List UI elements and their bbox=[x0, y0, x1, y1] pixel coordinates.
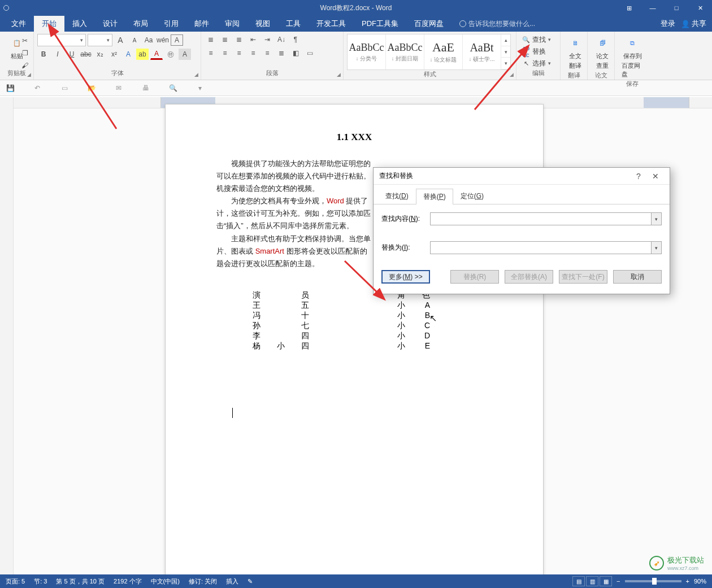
sec-undo-icon[interactable]: ↶ bbox=[32, 82, 43, 94]
shrink-font-button[interactable]: A bbox=[128, 34, 141, 46]
tab-home[interactable]: 开始 bbox=[34, 16, 64, 32]
replace-all-button[interactable]: 全部替换(A) bbox=[505, 270, 553, 284]
replace-with-dropdown[interactable]: ▾ bbox=[651, 242, 661, 254]
strike-button[interactable]: abc bbox=[80, 49, 92, 60]
dialog-tab-goto[interactable]: 定位(G) bbox=[453, 188, 491, 204]
zoom-in-button[interactable]: + bbox=[686, 578, 689, 585]
tell-me-input[interactable]: 告诉我您想要做什么... bbox=[459, 16, 535, 32]
sec-preview-icon[interactable]: 🔍 bbox=[167, 82, 179, 94]
line-spacing-button[interactable]: ≣ bbox=[275, 47, 288, 59]
status-pages[interactable]: 第 5 页，共 10 页 bbox=[56, 577, 105, 586]
tab-baidu[interactable]: 百度网盘 bbox=[406, 16, 451, 32]
sec-mail-icon[interactable]: ✉ bbox=[113, 82, 124, 94]
align-left-button[interactable]: ≡ bbox=[205, 47, 217, 59]
font-size-combo[interactable]: ▾ bbox=[88, 34, 112, 46]
view-web-button[interactable]: ▦ bbox=[600, 576, 612, 586]
font-color-button[interactable]: A bbox=[150, 49, 163, 60]
thesis-check-button[interactable]: 🗐 论文 查重 bbox=[591, 34, 614, 71]
zoom-out-button[interactable]: − bbox=[617, 578, 620, 585]
select-button[interactable]: ↖选择▾ bbox=[520, 58, 553, 69]
change-case-button[interactable]: Aa bbox=[142, 34, 155, 46]
close-window-button[interactable]: ✕ bbox=[688, 0, 712, 16]
status-section[interactable]: 节: 3 bbox=[34, 577, 47, 586]
status-page[interactable]: 页面: 5 bbox=[6, 577, 25, 586]
tab-references[interactable]: 引用 bbox=[156, 16, 186, 32]
shading-button[interactable]: ◧ bbox=[289, 47, 302, 59]
share-button[interactable]: 👤 共享 bbox=[681, 19, 706, 29]
increase-indent-button[interactable]: ⇥ bbox=[261, 34, 273, 45]
sec-print-icon[interactable]: 🖶 bbox=[140, 82, 151, 94]
style-item-0[interactable]: AaBbCc↓ 分类号 bbox=[348, 34, 386, 69]
tab-mail[interactable]: 邮件 bbox=[186, 16, 217, 32]
underline-button[interactable]: U bbox=[66, 49, 78, 60]
sec-open-icon[interactable]: 📂 bbox=[86, 82, 97, 94]
copy-button[interactable]: ❐ bbox=[19, 47, 31, 59]
tab-developer[interactable]: 开发工具 bbox=[309, 16, 354, 32]
find-what-combo[interactable]: ▾ bbox=[430, 212, 662, 225]
find-button[interactable]: 🔍查找▾ bbox=[520, 34, 553, 45]
numbering-button[interactable]: ≣ bbox=[219, 34, 231, 45]
ribbon-options-icon[interactable]: ⊞ bbox=[617, 0, 641, 16]
styles-dialog-launcher[interactable]: ◢ bbox=[508, 72, 515, 79]
sec-more-icon[interactable]: ▾ bbox=[194, 82, 206, 94]
maximize-button[interactable]: □ bbox=[665, 0, 688, 16]
translate-button[interactable]: 🗎 全文 翻译 bbox=[564, 34, 587, 71]
decrease-indent-button[interactable]: ⇤ bbox=[247, 34, 259, 45]
highlight-button[interactable]: ab bbox=[136, 49, 149, 60]
format-painter-button[interactable]: 🖌 bbox=[19, 60, 31, 71]
dialog-tab-find[interactable]: 查找(D) bbox=[378, 188, 416, 204]
grow-font-button[interactable]: A bbox=[114, 34, 127, 46]
align-distribute-button[interactable]: ≡ bbox=[261, 47, 273, 59]
align-center-button[interactable]: ≡ bbox=[219, 47, 231, 59]
enclosed-char-button[interactable]: ㊕ bbox=[164, 49, 177, 60]
more-button[interactable]: 更多(M) >> bbox=[381, 270, 430, 284]
tab-pdf[interactable]: PDF工具集 bbox=[354, 16, 406, 32]
align-right-button[interactable]: ≡ bbox=[233, 47, 245, 59]
minimize-button[interactable]: — bbox=[641, 0, 665, 16]
sort-button[interactable]: A↓ bbox=[275, 34, 288, 45]
bullets-button[interactable]: ≣ bbox=[205, 34, 217, 45]
tab-insert[interactable]: 插入 bbox=[64, 16, 95, 32]
dialog-help-button[interactable]: ? bbox=[630, 172, 647, 181]
tab-file[interactable]: 文件 bbox=[3, 16, 34, 32]
save-cloud-button[interactable]: ⧉ 保存到 百度网盘 bbox=[618, 34, 646, 80]
clipboard-dialog-launcher[interactable]: ◢ bbox=[25, 72, 32, 79]
tab-review[interactable]: 审阅 bbox=[217, 16, 248, 32]
dialog-titlebar[interactable]: 查找和替换 ? ✕ bbox=[374, 168, 670, 185]
status-insert[interactable]: 插入 bbox=[226, 577, 238, 586]
paragraph-dialog-launcher[interactable]: ◢ bbox=[335, 72, 342, 79]
find-what-input[interactable] bbox=[431, 213, 651, 225]
styles-gallery[interactable]: AaBbCc↓ 分类号 AaBbCc↓ 封面日期 AaE↓ 论文标题 AaBt↓… bbox=[347, 34, 511, 70]
sec-save-icon[interactable]: 💾 bbox=[5, 82, 16, 94]
align-justify-button[interactable]: ≡ bbox=[247, 47, 259, 59]
status-track[interactable]: 修订: 关闭 bbox=[189, 577, 217, 586]
style-item-1[interactable]: AaBbCc↓ 封面日期 bbox=[386, 34, 424, 69]
sec-new-icon[interactable]: ▭ bbox=[59, 82, 70, 94]
style-item-2[interactable]: AaE↓ 论文标题 bbox=[424, 34, 463, 69]
view-read-button[interactable]: ▤ bbox=[572, 576, 585, 586]
char-border-button[interactable]: A bbox=[171, 34, 183, 46]
status-words[interactable]: 2192 个字 bbox=[114, 577, 142, 586]
find-next-button[interactable]: 查找下一处(F) bbox=[559, 270, 607, 284]
italic-button[interactable]: I bbox=[51, 49, 64, 60]
multilevel-button[interactable]: ≣ bbox=[233, 34, 245, 45]
char-shading-button[interactable]: A bbox=[179, 49, 191, 60]
tab-tools[interactable]: 工具 bbox=[278, 16, 309, 32]
replace-with-input[interactable] bbox=[431, 242, 651, 254]
text-effects-button[interactable]: A bbox=[122, 49, 134, 60]
dialog-close-button[interactable]: ✕ bbox=[647, 172, 664, 181]
find-what-dropdown[interactable]: ▾ bbox=[651, 213, 661, 225]
status-language[interactable]: 中文(中国) bbox=[151, 577, 180, 586]
zoom-level[interactable]: 90% bbox=[694, 578, 706, 585]
font-dialog-launcher[interactable]: ◢ bbox=[193, 72, 199, 79]
cut-button[interactable]: ✂ bbox=[19, 35, 31, 46]
tab-design[interactable]: 设计 bbox=[95, 16, 125, 32]
subscript-button[interactable]: x₂ bbox=[94, 49, 106, 60]
dialog-tab-replace[interactable]: 替换(P) bbox=[416, 189, 453, 204]
tab-view[interactable]: 视图 bbox=[248, 16, 278, 32]
login-link[interactable]: 登录 bbox=[661, 19, 675, 29]
replace-one-button[interactable]: 替换(R) bbox=[450, 270, 499, 284]
superscript-button[interactable]: x² bbox=[108, 49, 120, 60]
replace-with-combo[interactable]: ▾ bbox=[430, 241, 662, 254]
zoom-slider[interactable] bbox=[625, 580, 681, 582]
